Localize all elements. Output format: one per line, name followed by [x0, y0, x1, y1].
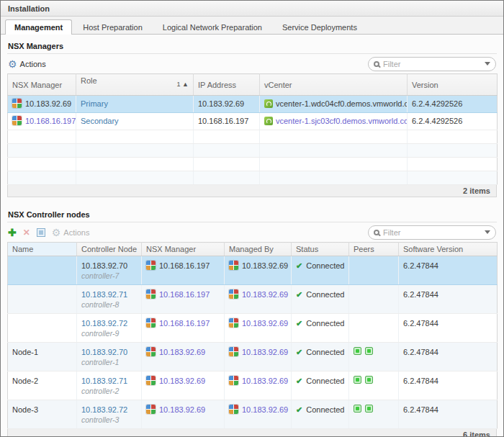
- controller-row[interactable]: 10.183.92.72controller-9 10.168.16.197 1…: [8, 314, 498, 343]
- manager-row[interactable]: 10.168.16.197 Secondary 10.168.16.197 vc…: [8, 113, 498, 130]
- connected-check-icon: ✔: [296, 348, 302, 356]
- status-cell: ✔Connected: [292, 371, 349, 400]
- sort-indicator: 1 ▲: [177, 76, 189, 93]
- col-ip-address[interactable]: IP Address: [194, 74, 260, 96]
- installation-window: Installation Management Host Preparation…: [0, 0, 504, 437]
- controller-details-icon[interactable]: [37, 228, 45, 237]
- empty-row: [8, 130, 498, 144]
- managed-by-cell: 10.183.92.69: [225, 314, 292, 343]
- col-status[interactable]: Status: [292, 243, 349, 256]
- peers-cell: [349, 343, 399, 371]
- peer-status-icon: [365, 376, 373, 384]
- delete-controller-icon[interactable]: ✕: [23, 228, 30, 237]
- nsx-manager-icon: [12, 116, 22, 125]
- nsx-manager-icon: [12, 99, 22, 108]
- controller-node-cell: 10.183.92.70controller-7: [77, 256, 142, 285]
- role-cell: Secondary: [76, 113, 194, 130]
- managed-by-cell: 10.183.92.69: [225, 256, 292, 285]
- col-vcenter[interactable]: vCenter: [260, 74, 408, 96]
- nsx-manager-icon: [146, 289, 156, 299]
- add-controller-icon[interactable]: ✚: [8, 228, 17, 237]
- version-cell: 6.2.47844: [399, 256, 498, 285]
- managers-item-count: 2 items: [7, 185, 497, 197]
- col-name[interactable]: Name: [8, 243, 77, 256]
- col-nsx-manager[interactable]: NSX Manager: [8, 74, 76, 96]
- version-cell: 6.2.47844: [399, 285, 498, 314]
- peer-status-icon: [354, 376, 361, 384]
- version-cell: 6.2.47844: [399, 343, 498, 371]
- controllers-filter-input[interactable]: [383, 228, 481, 237]
- controller-row[interactable]: 10.183.92.70controller-7 10.168.16.197 1…: [8, 256, 498, 285]
- tab-management[interactable]: Management: [5, 19, 72, 35]
- controllers-filter: [368, 225, 496, 240]
- name-cell: [8, 285, 77, 314]
- ip-cell: 10.183.92.69: [194, 96, 260, 113]
- peers-cell: [349, 314, 399, 343]
- peers-cell: [349, 400, 399, 429]
- managers-filter-input[interactable]: [383, 60, 481, 68]
- controllers-header-row: Name Controller Node NSX Manager Managed…: [8, 243, 498, 256]
- controllers-table: Name Controller Node NSX Manager Managed…: [7, 242, 498, 429]
- nsx-manager-icon: [146, 405, 156, 414]
- controller-row[interactable]: Node-3 10.183.92.72controller-3 10.183.9…: [8, 400, 498, 429]
- vcenter-icon: [264, 117, 273, 125]
- col-version[interactable]: Version: [408, 74, 498, 96]
- col-managed-by[interactable]: Managed By: [225, 243, 292, 256]
- role-cell: Primary: [76, 96, 194, 113]
- nsx-manager-icon: [229, 261, 238, 270]
- chevron-down-icon[interactable]: [485, 230, 490, 234]
- col-controller-node[interactable]: Controller Node: [77, 243, 142, 256]
- status-cell: ✔Connected: [292, 400, 349, 429]
- managed-by-cell: 10.183.92.69: [225, 343, 292, 371]
- version-cell: 6.2.4.4292526: [408, 113, 498, 130]
- peer-status-icon: [365, 405, 373, 413]
- nsx-manager-cell: 10.183.92.69: [142, 400, 225, 429]
- manager-row[interactable]: 10.183.92.69 Primary 10.183.92.69 vcente…: [8, 96, 498, 113]
- version-cell: 6.2.47844: [399, 400, 498, 429]
- tab-logical-network-preparation[interactable]: Logical Network Preparation: [153, 19, 271, 35]
- nsx-manager-cell: 10.168.16.197: [142, 314, 225, 343]
- col-peers[interactable]: Peers: [349, 243, 399, 256]
- managed-by-cell: 10.183.92.69: [225, 285, 292, 314]
- status-cell: ✔Connected: [292, 343, 349, 371]
- nsx-manager-icon: [229, 318, 238, 328]
- gear-icon: ⚙: [8, 60, 17, 68]
- controller-row[interactable]: Node-2 10.183.92.71controller-2 10.183.9…: [8, 371, 498, 400]
- tab-host-preparation[interactable]: Host Preparation: [73, 19, 152, 35]
- vcenter-icon: [264, 99, 273, 108]
- name-cell: [8, 256, 77, 285]
- col-nsx-manager[interactable]: NSX Manager: [142, 243, 225, 256]
- chevron-down-icon[interactable]: [485, 62, 490, 66]
- vcenter-cell: vcenter-1.sjc03cf0.demos.vmworld.com: [260, 113, 408, 130]
- managers-section-title: NSX Managers: [7, 37, 497, 54]
- peers-cell: [349, 371, 399, 400]
- empty-row: [8, 144, 498, 158]
- nsx-manager-cell: 10.168.16.197: [142, 285, 225, 314]
- peer-status-icon: [354, 347, 361, 355]
- name-cell: Node-1: [8, 343, 77, 371]
- controllers-actions-button[interactable]: ⚙ Actions: [52, 228, 90, 237]
- managed-by-cell: 10.183.92.69: [225, 400, 292, 429]
- nsx-manager-cell: 10.183.92.69: [142, 343, 225, 371]
- name-cell: [8, 314, 77, 343]
- status-cell: ✔Connected: [292, 314, 349, 343]
- controller-node-cell: 10.183.92.71controller-8: [77, 285, 142, 314]
- empty-row: [8, 158, 498, 171]
- controller-node-cell: 10.183.92.72controller-9: [77, 314, 142, 343]
- col-software-version[interactable]: Software Version: [399, 243, 498, 256]
- window-titlebar: Installation: [1, 1, 503, 17]
- controller-node-cell: 10.183.92.72controller-3: [77, 400, 142, 429]
- nsx-manager-icon: [146, 376, 156, 385]
- controller-row[interactable]: 10.183.92.71controller-8 10.168.16.197 1…: [8, 285, 498, 314]
- controller-node-cell: 10.183.92.70controller-1: [77, 343, 142, 371]
- search-icon: [374, 230, 379, 235]
- connected-check-icon: ✔: [296, 290, 302, 299]
- tab-bar: Management Host Preparation Logical Netw…: [1, 17, 503, 35]
- managers-actions-button[interactable]: ⚙ Actions: [8, 60, 46, 68]
- gear-icon: ⚙: [52, 228, 61, 237]
- tab-service-deployments[interactable]: Service Deployments: [273, 19, 366, 35]
- col-role[interactable]: Role 1 ▲: [76, 74, 194, 96]
- empty-row: [8, 171, 498, 185]
- controller-row[interactable]: Node-1 10.183.92.70controller-1 10.183.9…: [8, 343, 498, 371]
- name-cell: Node-2: [8, 371, 77, 400]
